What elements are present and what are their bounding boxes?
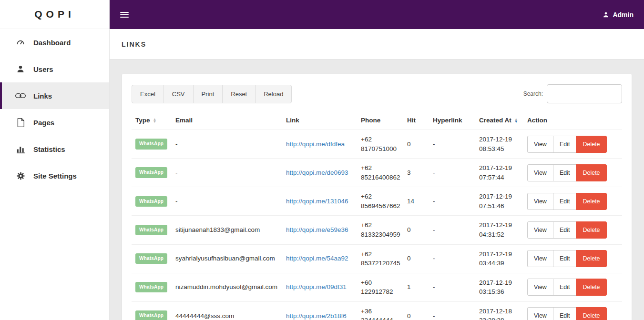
excel-button[interactable]: Excel — [132, 85, 164, 103]
delete-button[interactable]: Delete — [576, 221, 606, 239]
short-link[interactable]: http://qopi.me/dfdfea — [286, 140, 345, 148]
column-header-hit[interactable]: Hit — [403, 111, 429, 130]
phone-cell: +62 81332304959 — [357, 216, 403, 244]
delete-button[interactable]: Delete — [576, 193, 606, 210]
view-button[interactable]: View — [527, 221, 553, 239]
search-area: Search: — [523, 84, 622, 103]
link-cell: http://qopi.me/dfdfea — [282, 130, 357, 159]
link-cell: http://qopi.me/54aa92 — [282, 244, 357, 273]
created-at-cell: 2017-12-19 03:44:39 — [475, 244, 523, 273]
edit-button[interactable]: Edit — [553, 307, 577, 320]
page-icon — [15, 118, 26, 127]
view-button[interactable]: View — [527, 136, 553, 153]
short-link[interactable]: http://qopi.me/131046 — [286, 198, 348, 205]
sort-icon: ▲▼ — [153, 118, 157, 123]
print-button[interactable]: Print — [193, 85, 223, 103]
table-row: WhatsApp - http://qopi.me/de0693 +62 852… — [132, 159, 622, 187]
email-cell: nizamuddin.mohdyusof@gmail.com — [172, 273, 282, 301]
sidebar-item-label: Pages — [33, 119, 54, 127]
edit-button[interactable]: Edit — [553, 250, 577, 267]
column-header-email[interactable]: Email — [172, 111, 282, 130]
reset-button[interactable]: Reset — [222, 85, 256, 103]
hyperlink-cell: - — [429, 244, 475, 273]
hamburger-menu-icon[interactable] — [120, 10, 129, 19]
sidebar-item-site-settings[interactable]: Site Settings — [0, 162, 109, 189]
sidebar-item-dashboard[interactable]: Dashboard — [0, 29, 109, 56]
column-header-link[interactable]: Link — [282, 111, 357, 130]
short-link[interactable]: http://qopi.me/de0693 — [286, 169, 348, 176]
topbar: Admin — [110, 0, 644, 29]
hit-cell: 14 — [403, 187, 429, 216]
whatsapp-badge: WhatsApp — [135, 139, 167, 150]
hit-cell: 0 — [403, 216, 429, 244]
bar-chart-icon — [15, 144, 26, 154]
sidebar-item-label: Dashboard — [33, 39, 71, 47]
email-cell: 44444444@sss.com — [172, 301, 282, 320]
sidebar-item-statistics[interactable]: Statistics — [0, 136, 109, 162]
view-button[interactable]: View — [527, 164, 553, 181]
sidebar-item-links[interactable]: Links — [0, 82, 109, 109]
hyperlink-cell: - — [429, 159, 475, 187]
phone-cell: +62 85372120745 — [357, 244, 403, 273]
type-cell: WhatsApp — [132, 301, 172, 320]
users-icon — [15, 64, 26, 74]
delete-button[interactable]: Delete — [576, 136, 606, 153]
column-header-hyperlink[interactable]: Hyperlink — [429, 111, 475, 130]
view-button[interactable]: View — [527, 307, 553, 320]
edit-button[interactable]: Edit — [553, 136, 577, 153]
phone-cell: +62 8170751000 — [357, 130, 403, 159]
csv-button[interactable]: CSV — [164, 85, 194, 103]
whatsapp-badge: WhatsApp — [135, 225, 167, 236]
type-cell: WhatsApp — [132, 130, 172, 159]
view-button[interactable]: View — [527, 250, 553, 267]
delete-button[interactable]: Delete — [576, 250, 606, 267]
type-cell: WhatsApp — [132, 216, 172, 244]
created-at-cell: 2017-12-19 07:57:44 — [475, 159, 523, 187]
short-link[interactable]: http://qopi.me/54aa92 — [286, 255, 348, 262]
email-cell: - — [172, 187, 282, 216]
hit-cell: 3 — [403, 159, 429, 187]
column-header-created-at[interactable]: Created At▲▼ — [475, 111, 523, 130]
hyperlink-cell: - — [429, 187, 475, 216]
dashboard-icon — [15, 38, 26, 47]
search-input[interactable] — [547, 84, 622, 103]
action-button-group: View Edit Delete — [527, 136, 607, 153]
delete-button[interactable]: Delete — [576, 307, 606, 320]
links-table-body: WhatsApp - http://qopi.me/dfdfea +62 817… — [132, 130, 622, 320]
delete-button[interactable]: Delete — [576, 279, 606, 296]
table-row: WhatsApp sitijunaenah1833@gmail.com http… — [132, 216, 622, 244]
whatsapp-badge: WhatsApp — [135, 310, 167, 320]
delete-button[interactable]: Delete — [576, 164, 606, 181]
table-header-row: Type▲▼ Email Link Phone Hit Hyperlink Cr… — [132, 111, 622, 130]
type-cell: WhatsApp — [132, 187, 172, 216]
content-area: Excel CSV Print Reset Reload Search: — [110, 60, 644, 320]
short-link[interactable]: http://qopi.me/e59e36 — [286, 226, 348, 233]
link-icon — [15, 91, 26, 100]
short-link[interactable]: http://qopi.me/2b18f6 — [286, 312, 347, 320]
edit-button[interactable]: Edit — [553, 279, 577, 296]
edit-button[interactable]: Edit — [553, 164, 577, 181]
link-cell: http://qopi.me/131046 — [282, 187, 357, 216]
action-cell: View Edit Delete — [523, 301, 622, 320]
created-at-cell: 2017-12-19 04:31:52 — [475, 216, 523, 244]
action-cell: View Edit Delete — [523, 130, 622, 159]
column-header-phone[interactable]: Phone — [357, 111, 403, 130]
whatsapp-badge: WhatsApp — [135, 282, 167, 293]
email-cell: syahrialyusufhasibuan@gmail.com — [172, 244, 282, 273]
sidebar-item-label: Site Settings — [33, 172, 77, 180]
edit-button[interactable]: Edit — [553, 221, 577, 239]
hit-cell: 1 — [403, 273, 429, 301]
edit-button[interactable]: Edit — [553, 193, 577, 210]
admin-menu[interactable]: Admin — [603, 11, 634, 19]
phone-cell: +62 85694567662 — [357, 187, 403, 216]
table-row: WhatsApp - http://qopi.me/131046 +62 856… — [132, 187, 622, 216]
reload-button[interactable]: Reload — [255, 85, 292, 103]
column-header-type[interactable]: Type▲▼ — [132, 111, 172, 130]
view-button[interactable]: View — [527, 193, 553, 210]
view-button[interactable]: View — [527, 279, 553, 296]
phone-cell: +36 224444444 — [357, 301, 403, 320]
short-link[interactable]: http://qopi.me/09df31 — [286, 283, 347, 290]
hit-cell: 0 — [403, 130, 429, 159]
sidebar-item-pages[interactable]: Pages — [0, 109, 109, 136]
sidebar-item-users[interactable]: Users — [0, 56, 109, 82]
